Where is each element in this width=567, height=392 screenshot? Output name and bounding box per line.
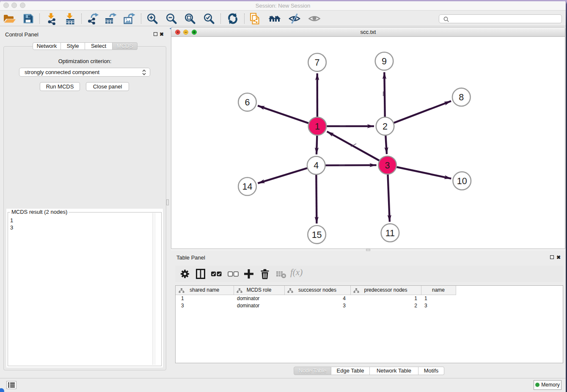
- svg-text:2: 2: [383, 121, 388, 132]
- svg-text:7: 7: [315, 58, 320, 68]
- svg-text:10: 10: [457, 176, 467, 186]
- svg-text:9: 9: [382, 56, 387, 66]
- svg-text:14: 14: [242, 182, 253, 192]
- svg-text:11: 11: [385, 228, 395, 238]
- svg-text:6: 6: [245, 97, 250, 108]
- svg-text:1: 1: [315, 121, 320, 132]
- svg-text:3: 3: [385, 160, 390, 171]
- svg-text:15: 15: [312, 230, 322, 240]
- svg-text:4: 4: [314, 160, 319, 171]
- svg-text:8: 8: [459, 92, 464, 102]
